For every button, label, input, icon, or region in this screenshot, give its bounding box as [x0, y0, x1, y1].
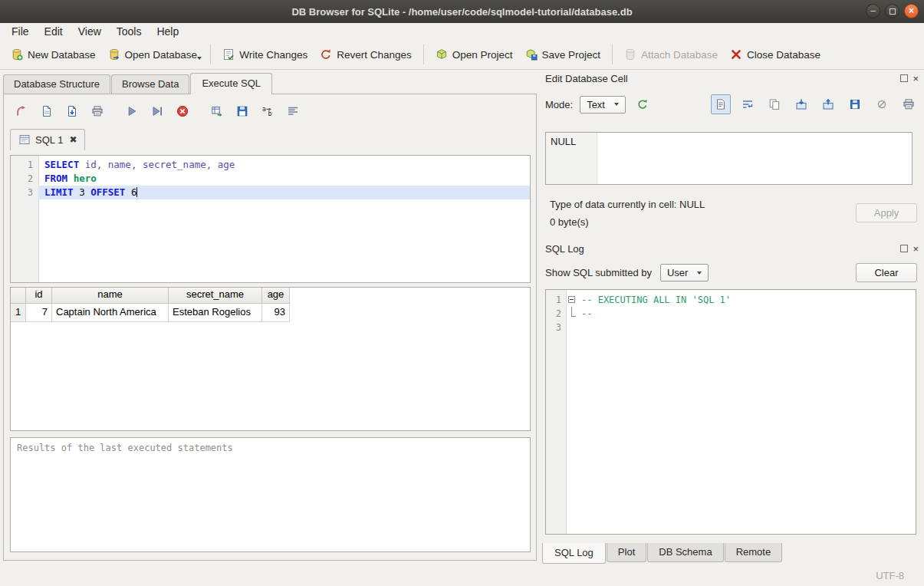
- export-data-button[interactable]: [818, 94, 838, 114]
- import-data-button[interactable]: [791, 94, 811, 114]
- close-button[interactable]: ×: [904, 4, 919, 18]
- minimize-button[interactable]: –: [866, 4, 880, 18]
- maximize-button[interactable]: [885, 4, 899, 18]
- col-header-name[interactable]: name: [52, 288, 169, 304]
- tab-browse-data[interactable]: Browse Data: [111, 74, 189, 94]
- sql-file-icon: [18, 133, 31, 146]
- sql-log-title: SQL Log: [545, 243, 584, 255]
- menu-tools[interactable]: Tools: [110, 24, 149, 39]
- results-message-pane: Results of the last executed statements: [10, 437, 531, 552]
- save-results-button[interactable]: [232, 101, 252, 121]
- cell-type-info: Type of data currently in cell: NULL: [550, 199, 705, 210]
- menu-file[interactable]: File: [5, 24, 36, 39]
- write-changes-icon: [222, 48, 235, 61]
- revert-changes-button[interactable]: Revert Changes: [314, 45, 418, 64]
- set-null-button[interactable]: [872, 94, 892, 114]
- cell-editor-toolbar: [711, 94, 919, 114]
- mode-combobox[interactable]: Text: [580, 96, 626, 114]
- copy-cell-icon: [768, 98, 781, 110]
- mode-value: Text: [587, 99, 605, 110]
- chevron-down-icon: [614, 103, 619, 106]
- menu-help[interactable]: Help: [150, 24, 186, 39]
- text-mode-button[interactable]: [711, 94, 731, 114]
- dock-tab-sql-log[interactable]: SQL Log: [542, 543, 606, 564]
- save-sql-file-button[interactable]: [62, 101, 82, 121]
- save-project-button[interactable]: Save Project: [519, 45, 607, 64]
- print-cell-icon: [903, 98, 915, 110]
- cell-editor[interactable]: NULL: [545, 132, 912, 185]
- close-panel-icon[interactable]: ×: [912, 74, 919, 84]
- close-database-button[interactable]: Close Database: [724, 45, 827, 64]
- print-sql-button[interactable]: [87, 101, 107, 121]
- row-number[interactable]: 1: [11, 304, 26, 322]
- find-replace-icon: ab: [261, 105, 274, 117]
- sql-editor[interactable]: 1SELECT id, name, secret_name, age2FROM …: [10, 155, 531, 283]
- close-panel-icon[interactable]: ×: [912, 244, 919, 254]
- export-results-button[interactable]: [207, 101, 227, 121]
- log-filter-combobox[interactable]: User: [660, 264, 709, 281]
- close-database-label: Close Database: [747, 49, 820, 61]
- chevron-down-icon: [197, 57, 202, 60]
- float-panel-icon[interactable]: [900, 74, 908, 82]
- editor-line-3[interactable]: 3LIMIT 3 OFFSET 6: [11, 186, 530, 199]
- grid-cell[interactable]: 7: [26, 304, 52, 322]
- clear-log-button[interactable]: Clear: [856, 263, 917, 282]
- sql-toolbar: ab: [12, 101, 303, 121]
- open-database-button[interactable]: Open Database: [102, 45, 204, 64]
- sql-tab-label: SQL 1: [35, 134, 63, 146]
- write-changes-button[interactable]: Write Changes: [216, 45, 314, 64]
- fold-marker-icon[interactable]: [566, 293, 578, 307]
- auto-refresh-button[interactable]: [633, 94, 653, 114]
- open-project-button[interactable]: Open Project: [429, 45, 519, 64]
- new-database-button[interactable]: New Database: [5, 45, 102, 64]
- float-panel-icon[interactable]: [900, 245, 908, 252]
- save-sql-file-icon: [66, 105, 78, 117]
- open-project-icon: [436, 48, 448, 61]
- sql-tab[interactable]: SQL 1 ✖: [10, 129, 85, 150]
- line-number: 2: [546, 307, 566, 321]
- copy-cell-button[interactable]: [765, 94, 784, 114]
- close-tab-icon[interactable]: ✖: [69, 134, 77, 145]
- open-tab-button[interactable]: [12, 101, 31, 121]
- tab-database-structure[interactable]: Database Structure: [3, 74, 110, 94]
- sql-log-view[interactable]: 1-- EXECUTING ALL IN 'SQL 1'2--3: [545, 289, 916, 535]
- open-sql-file-button[interactable]: [37, 101, 57, 121]
- dock-tab-db-schema[interactable]: DB Schema: [647, 543, 723, 562]
- apply-button: Apply: [856, 203, 917, 222]
- grid-cell[interactable]: 93: [262, 304, 290, 322]
- menu-edit[interactable]: Edit: [38, 24, 70, 39]
- col-header-age[interactable]: age: [262, 288, 290, 304]
- tab-execute-sql[interactable]: Execute SQL: [190, 73, 272, 94]
- word-wrap-icon: [742, 98, 754, 110]
- export-results-icon: [211, 105, 223, 117]
- format-sql-button[interactable]: [283, 101, 303, 121]
- window-title: DB Browser for SQLite - /home/user/code/…: [291, 6, 632, 18]
- execute-all-button[interactable]: [122, 101, 142, 121]
- set-null-icon: [876, 98, 888, 110]
- execute-current-line-button[interactable]: [147, 101, 167, 121]
- line-number: 1: [11, 158, 38, 172]
- dock-tab-remote[interactable]: Remote: [725, 543, 783, 562]
- col-header-id[interactable]: id: [26, 288, 52, 304]
- line-number: 2: [11, 172, 38, 186]
- open-database-dropdown[interactable]: [197, 47, 205, 63]
- menu-view[interactable]: View: [71, 24, 108, 39]
- col-header-secret-name[interactable]: secret_name: [169, 288, 262, 304]
- dock-tab-plot[interactable]: Plot: [607, 543, 646, 562]
- line-number: 3: [11, 186, 38, 199]
- results-placeholder: Results of the last executed statements: [17, 443, 233, 453]
- main-toolbar: New DatabaseOpen DatabaseWrite ChangesRe…: [0, 40, 924, 70]
- grid-cell[interactable]: Esteban Rogelios: [169, 304, 262, 322]
- cell-value: NULL: [551, 136, 576, 147]
- find-replace-button[interactable]: ab: [258, 101, 278, 121]
- grid-cell[interactable]: Captain North America: [52, 304, 169, 322]
- editor-line-1[interactable]: 1SELECT id, name, secret_name, age: [11, 158, 530, 172]
- new-database-label: New Database: [28, 49, 96, 61]
- stop-execution-button[interactable]: [173, 101, 192, 121]
- word-wrap-button[interactable]: [738, 94, 758, 114]
- fold-line: [566, 321, 578, 334]
- grid-corner: [11, 288, 26, 304]
- editor-line-2[interactable]: 2FROM hero: [11, 172, 530, 186]
- save-as-button[interactable]: [845, 94, 865, 114]
- print-cell-button[interactable]: [899, 94, 919, 114]
